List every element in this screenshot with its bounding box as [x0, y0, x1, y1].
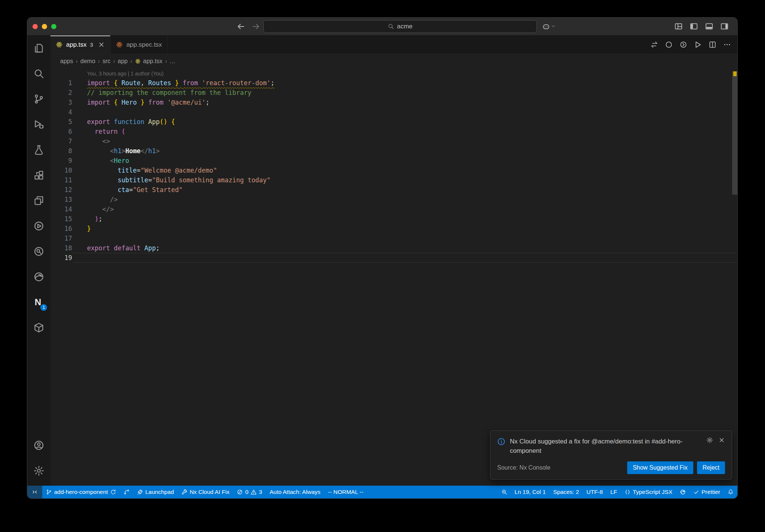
line-content: }: [72, 224, 737, 233]
activity-task-runner[interactable]: [27, 213, 50, 239]
code-line-12[interactable]: 12 cta="Get Started": [50, 185, 737, 195]
code-line-7[interactable]: 7 <>: [50, 136, 737, 146]
scrollbar-thumb[interactable]: [732, 71, 737, 195]
breadcrumb-label: src: [102, 58, 110, 65]
code-line-16[interactable]: 16}: [50, 224, 737, 233]
close-icon[interactable]: [718, 437, 725, 443]
chevron-down-icon[interactable]: [551, 24, 556, 29]
minimize-window-button[interactable]: [42, 24, 47, 29]
circle-outline-icon[interactable]: [665, 41, 673, 49]
code-line-10[interactable]: 10 title="Welcmoe @acme/demo": [50, 166, 737, 175]
status-prettier[interactable]: Prettier: [690, 486, 724, 498]
activity-testing[interactable]: [27, 137, 50, 163]
layout-icon[interactable]: [674, 22, 683, 31]
line-content: );: [72, 214, 737, 224]
activity-search[interactable]: [27, 61, 50, 86]
status-encoding[interactable]: UTF-8: [583, 486, 607, 498]
arrow-right-icon[interactable]: [251, 22, 260, 31]
code-line-5[interactable]: 5export function App() {: [50, 117, 737, 127]
status-bar: add-hero-componentLaunchpadNx Cloud AI F…: [27, 486, 737, 498]
circle-arrow-icon[interactable]: [679, 41, 687, 49]
code-line-6[interactable]: 6 return (: [50, 127, 737, 136]
activity-edge-tools[interactable]: [27, 264, 50, 290]
status-edge-tools[interactable]: [676, 486, 690, 498]
run-icon[interactable]: [694, 41, 702, 49]
gitlens-blame[interactable]: You, 3 hours ago | 1 author (You): [87, 70, 737, 77]
code-line-11[interactable]: 11 subtitle="Build something amazing tod…: [50, 175, 737, 185]
code-line-1[interactable]: 1import { Route, Routes } from 'react-ro…: [50, 78, 737, 88]
code-line-15[interactable]: 15 );: [50, 214, 737, 224]
activity-nx-console[interactable]: N1: [27, 290, 50, 315]
play-circle-icon: [33, 220, 44, 232]
code-line-2[interactable]: 2// importing the component from the lib…: [50, 88, 737, 98]
panel-bottom-icon[interactable]: [705, 22, 713, 31]
status-cursor-position[interactable]: Ln 19, Col 1: [511, 486, 550, 498]
status-nx-cloud-fix[interactable]: Nx Cloud AI Fix: [178, 486, 233, 498]
activity-package-explorer[interactable]: [27, 315, 50, 340]
breadcrumb-…[interactable]: …: [170, 58, 176, 65]
status-remote[interactable]: [27, 486, 42, 498]
tab-app.tsx[interactable]: app.tsx3: [50, 35, 111, 54]
tab-app.spec.tsx[interactable]: app.spec.tsx: [111, 35, 167, 54]
status-indentation[interactable]: Spaces: 2: [549, 486, 583, 498]
activity-accounts[interactable]: [27, 433, 50, 458]
activity-run-and-debug[interactable]: [27, 112, 50, 137]
code-line-8[interactable]: 8 <h1>Home</h1>: [50, 146, 737, 156]
code-line-13[interactable]: 13 />: [50, 195, 737, 204]
code-line-4[interactable]: 4: [50, 107, 737, 117]
line-content: title="Welcmoe @acme/demo": [72, 166, 737, 175]
code-line-3[interactable]: 3import { Hero } from '@acme/ui';: [50, 98, 737, 107]
status-zoom[interactable]: [498, 486, 511, 498]
editor-scrollbar[interactable]: [732, 68, 737, 486]
show-suggested-fix-button[interactable]: Show Suggested Fix: [627, 461, 693, 474]
gear-icon[interactable]: [706, 437, 713, 443]
breadcrumb-demo[interactable]: demo: [80, 58, 95, 65]
files-icon: [33, 43, 44, 54]
status-launchpad[interactable]: Launchpad: [133, 486, 178, 498]
more-icon[interactable]: [723, 41, 731, 49]
code-editor[interactable]: You, 3 hours ago | 1 author (You) 1impor…: [50, 68, 737, 486]
status-vim-mode[interactable]: -- NORMAL --: [324, 486, 367, 498]
activity-settings[interactable]: [27, 458, 50, 483]
line-number: 16: [50, 224, 72, 233]
reject-button[interactable]: Reject: [697, 461, 725, 474]
close-window-button[interactable]: [32, 24, 38, 29]
vscode-window: acme N1 app.tsx3app.spec.tsx apps›demo›s…: [27, 17, 738, 499]
status-auto-attach[interactable]: Auto Attach: Always: [266, 486, 324, 498]
status-eol[interactable]: LF: [607, 486, 621, 498]
panel-left-icon[interactable]: [690, 22, 698, 31]
breadcrumb: apps›demo›src›app›app.tsx›…: [50, 54, 737, 68]
breadcrumb-apps[interactable]: apps: [60, 58, 73, 65]
edge-icon: [33, 271, 44, 282]
status-problems[interactable]: 03: [233, 486, 266, 498]
line-content: export default App;: [72, 243, 737, 253]
activity-explorer[interactable]: [27, 35, 50, 61]
status-branch[interactable]: add-hero-component: [42, 486, 120, 498]
breadcrumb-label: app.tsx: [143, 58, 162, 65]
code-line-19[interactable]: 19: [50, 253, 737, 263]
line-content: return (: [72, 127, 737, 136]
code-line-18[interactable]: 18export default App;: [50, 243, 737, 253]
activity-extensions[interactable]: [27, 163, 50, 188]
zoom-window-button[interactable]: [51, 24, 56, 29]
close-icon[interactable]: [98, 41, 105, 48]
activity-gitlens-inspect[interactable]: [27, 239, 50, 264]
activity-remote-explorer[interactable]: [27, 188, 50, 213]
status-language[interactable]: TypeScript JSX: [621, 486, 676, 498]
breadcrumb-src[interactable]: src: [102, 58, 110, 65]
arrow-left-icon[interactable]: [236, 22, 245, 31]
panel-right-icon[interactable]: [720, 22, 729, 31]
breadcrumb-app[interactable]: app: [118, 58, 128, 65]
split-editor-icon[interactable]: [709, 41, 716, 49]
breadcrumb-app.tsx[interactable]: app.tsx: [135, 58, 162, 65]
copilot-icon[interactable]: [542, 22, 550, 31]
code-line-9[interactable]: 9 <Hero: [50, 156, 737, 166]
code-line-14[interactable]: 14 </>: [50, 204, 737, 214]
status-notifications[interactable]: [724, 486, 737, 498]
code-line-17[interactable]: 17: [50, 233, 737, 243]
search-icon: [33, 68, 44, 79]
activity-source-control[interactable]: [27, 86, 50, 112]
command-center-search[interactable]: acme: [263, 20, 537, 33]
status-commit-graph[interactable]: [120, 486, 133, 498]
open-changes-icon[interactable]: [650, 41, 658, 49]
